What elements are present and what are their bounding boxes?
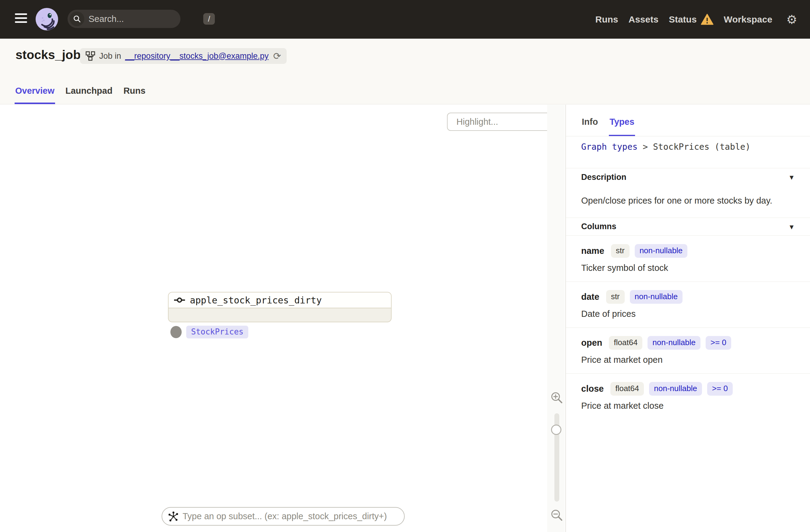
column-constraint-pill: non-nullable — [630, 290, 683, 304]
type-sidebar: Info Types Graph types > StockPrices (ta… — [565, 105, 810, 532]
column-row-open: open float64 non-nullable >= 0 Price at … — [566, 328, 810, 374]
op-icon — [174, 297, 185, 303]
top-nav: / Runs Assets Status Workspace ⚙ — [0, 0, 810, 39]
op-node-apple-stock-prices-dirty[interactable]: apple_stock_prices_dirty — [168, 292, 392, 322]
sitemap-icon — [85, 51, 95, 61]
column-name: name — [581, 246, 604, 256]
column-constraint-pill: non-nullable — [635, 244, 688, 258]
zoom-slider-handle[interactable] — [551, 424, 562, 435]
description-text: Open/close prices for one or more stocks… — [581, 196, 772, 206]
column-type-pill: str — [606, 290, 625, 304]
sidebar-tabs: Info Types — [566, 105, 810, 136]
chevron-down-icon: ▾ — [790, 222, 794, 231]
refresh-icon[interactable]: ⟳ — [273, 51, 281, 61]
nav-item-workspace[interactable]: Workspace — [724, 14, 773, 25]
column-constraint-pill: non-nullable — [648, 336, 700, 350]
page-title: stocks_job — [16, 48, 81, 62]
column-name: open — [581, 338, 602, 348]
top-nav-links: Runs Assets Status Workspace ⚙ — [596, 0, 797, 39]
op-graph-canvas: apple_stock_prices_dirty StockPrices — [0, 105, 565, 532]
nav-item-assets[interactable]: Assets — [629, 14, 659, 25]
chevron-down-icon: ▾ — [790, 173, 794, 182]
job-origin-badge: Job in __repository__stocks_job@example.… — [80, 48, 287, 64]
column-constraint-pill: non-nullable — [649, 382, 702, 396]
column-type-pill: float64 — [609, 336, 642, 350]
column-constraint-pill: >= 0 — [706, 336, 731, 350]
column-type-pill: str — [611, 244, 630, 258]
columns-section-header[interactable]: Columns ▾ — [566, 217, 810, 236]
breadcrumb-current: StockPrices (table) — [653, 142, 750, 152]
column-name: date — [581, 292, 599, 302]
hamburger-menu-icon[interactable] — [15, 13, 27, 25]
description-section-header[interactable]: Description ▾ — [566, 168, 810, 186]
nav-item-runs[interactable]: Runs — [596, 14, 618, 25]
op-subset-box — [162, 507, 405, 526]
output-handle-icon — [171, 326, 182, 338]
output-type-tag[interactable]: StockPrices — [186, 326, 248, 338]
global-search-input[interactable] — [88, 14, 203, 24]
column-type-pill: float64 — [610, 382, 644, 396]
search-icon — [70, 12, 84, 26]
op-subset-input[interactable] — [182, 511, 398, 521]
breadcrumb-graph-types-link[interactable]: Graph types — [581, 142, 637, 152]
page-header: stocks_job Job in __repository__stocks_j… — [0, 39, 810, 104]
op-node-name: apple_stock_prices_dirty — [190, 295, 322, 306]
column-description: Price at market open — [581, 355, 810, 365]
job-badge-prefix: Job in — [99, 51, 121, 61]
tab-overview[interactable]: Overview — [15, 86, 55, 104]
column-description: Ticker symbol of stock — [581, 263, 810, 273]
column-name: close — [581, 384, 604, 394]
description-title: Description — [581, 173, 627, 182]
global-search: / — [67, 10, 180, 28]
columns-list: name str non-nullable Ticker symbol of s… — [566, 236, 810, 419]
page-tabs: Overview Launchpad Runs — [15, 86, 146, 104]
highlight-search — [447, 113, 558, 131]
op-node-body — [168, 308, 391, 322]
tab-runs[interactable]: Runs — [123, 86, 146, 104]
breadcrumb: Graph types > StockPrices (table) — [581, 142, 750, 152]
zoom-in-button[interactable] — [550, 391, 564, 404]
sidebar-tab-types[interactable]: Types — [609, 117, 635, 136]
op-selector-icon — [168, 511, 179, 522]
column-row-name: name str non-nullable Ticker symbol of s… — [566, 236, 810, 282]
app-root: / Runs Assets Status Workspace ⚙ — [0, 0, 810, 532]
job-file-link[interactable]: __repository__stocks_job@example.py — [125, 51, 269, 61]
zoom-out-button[interactable] — [550, 509, 564, 522]
column-description: Price at market close — [581, 401, 810, 411]
tab-launchpad[interactable]: Launchpad — [65, 86, 113, 104]
columns-title: Columns — [581, 222, 616, 231]
search-shortcut-key: / — [203, 13, 215, 25]
op-output-row: StockPrices — [171, 326, 248, 338]
sidebar-tab-info[interactable]: Info — [581, 117, 599, 136]
column-row-date: date str non-nullable Date of prices — [566, 282, 810, 328]
nav-item-status[interactable]: Status — [669, 14, 714, 25]
column-constraint-pill: >= 0 — [707, 382, 733, 396]
column-row-close: close float64 non-nullable >= 0 Price at… — [566, 374, 810, 419]
warning-icon — [701, 14, 714, 25]
column-description: Date of prices — [581, 309, 810, 319]
dagster-logo[interactable] — [35, 7, 59, 31]
breadcrumb-separator: > — [643, 142, 653, 152]
gear-icon[interactable]: ⚙ — [786, 13, 797, 26]
